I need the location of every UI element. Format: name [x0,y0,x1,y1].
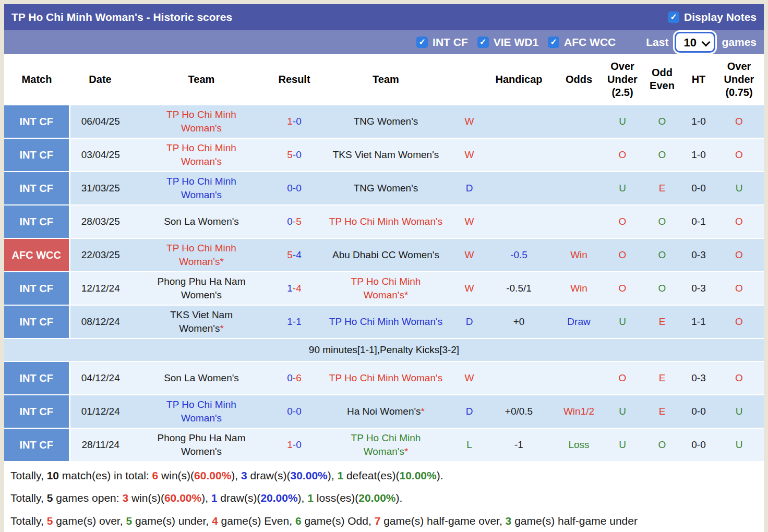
over-under-25-cell-value: U [619,439,626,450]
title-bar: TP Ho Chi Minh Woman's - Historic scores… [4,4,764,30]
page-title: TP Ho Chi Minh Woman's - Historic scores [11,11,232,23]
outcome-cell: W [455,205,484,238]
over-under-075-value: O [735,316,743,327]
odd-even-cell-value: E [659,316,666,327]
over-under-25-cell: U [604,305,641,338]
summary-segment: 5 [126,515,132,527]
date-cell: 08/12/24 [69,305,131,338]
over-under-25-cell: U [604,172,641,205]
ht-cell: 1-0 [683,138,714,172]
result-cell: 0-0 [272,172,317,205]
home-team-name: TP Ho Chi Minh Woman's [148,108,255,135]
outcome-cell: L [455,428,484,461]
handicap-cell: -0.5/1 [484,272,554,305]
home-team-cell: TP Ho Chi Minh Woman's [131,395,272,428]
outcome-cell-value: D [466,183,473,194]
summary-line: Totally, 5 games open: 3 win(s)(60.00%),… [4,487,764,509]
summary-segment: game(s) Even, [218,515,295,527]
summary-segment: game(s) Odd, [302,515,375,527]
odd-even-cell: O [641,105,683,138]
odd-even-cell: O [641,272,683,305]
checkbox-checked-icon[interactable] [416,37,428,48]
summary-segment: 60.00% [164,492,201,504]
away-team-asterisk: * [421,406,425,417]
over-under-25-cell: U [604,428,641,461]
summary-segment: 4 [212,515,218,527]
result-segment: 1 [287,439,293,450]
outcome-cell: W [455,105,484,138]
checkbox-checked-icon[interactable] [548,37,559,48]
away-team-cell: TP Ho Chi Minh Woman's* [317,428,455,461]
away-team-label: Ha Noi Women's [347,406,421,417]
away-team-cell: Ha Noi Women's* [317,395,455,428]
outcome-cell-value: D [466,316,473,327]
column-header-odd-even: Odd Even [641,54,683,105]
handicap-cell: +0 [484,305,554,338]
summary-segment: 3 [506,515,512,527]
odd-even-cell-value: E [659,406,666,417]
filter-item[interactable]: INT CF [416,36,468,49]
over-under-25-cell: O [604,272,641,305]
checkbox-checked-icon[interactable] [477,37,489,48]
over-under-25-cell-value: U [619,316,626,327]
home-team-name: Phong Phu Ha Nam Women's [148,275,255,301]
competition-badge: INT CF [4,138,69,172]
handicap-cell [484,105,554,138]
handicap-cell [484,138,554,172]
games-count-select[interactable]: 10 [675,32,715,53]
column-header-ht: HT [683,54,714,105]
home-team-cell: Phong Phu Ha Nam Women's [131,272,272,305]
odds-cell [554,105,604,138]
checkbox-checked-icon[interactable] [668,11,679,23]
over-under-25-cell: O [604,361,641,395]
summary-segment: ). [437,469,443,481]
home-team-label: Phong Phu Ha Nam Women's [158,276,246,300]
display-notes-toggle[interactable]: Display Notes [668,11,757,23]
handicap-cell-value: -1 [514,439,523,450]
handicap-cell-value: -0.5/1 [506,283,532,294]
odds-cell-value: Draw [567,316,590,327]
odds-cell: Draw [554,305,604,338]
table-row: INT CF28/11/24Phong Phu Ha Nam Women's1-… [4,428,764,461]
date-cell: 03/04/25 [69,138,131,172]
odds-cell-value: Win [570,283,587,294]
over-under-25-cell-value: U [619,183,626,194]
column-header-away-team: Team [317,54,455,105]
away-team-name: TP Ho Chi Minh Woman's [329,215,442,228]
away-team-name: TP Ho Chi Minh Woman's [329,315,442,329]
over-under-075-value: O [735,116,743,127]
competition-badge: INT CF [4,172,69,205]
summary-segment: game(s) half-game over, [380,515,505,527]
odd-even-cell-value: O [658,249,666,260]
result-segment: 5 [287,249,293,260]
outcome-cell: D [455,172,484,205]
outcome-cell: W [455,238,484,272]
result-cell: 5-4 [272,238,317,272]
away-team-label: TP Ho Chi Minh Woman's [351,276,421,300]
handicap-cell-value: -0.5 [510,249,527,260]
summary-segment: loss(es)( [314,492,358,504]
result-cell: 0-6 [272,361,317,395]
column-header-over-under-075: Over Under (0.75) [714,54,764,105]
table-row: INT CF28/03/25Son La Women's0-5TP Ho Chi… [4,205,764,238]
ht-cell: 1-1 [683,305,714,338]
filter-item[interactable]: VIE WD1 [477,36,538,49]
date-cell: 12/12/24 [69,272,131,305]
away-team-cell: TNG Women's [317,105,455,138]
home-team-label: TP Ho Chi Minh Woman's [166,176,236,200]
away-team-label: TP Ho Chi Minh Woman's [329,316,442,327]
over-under-25-cell-value: O [619,372,627,383]
summary-segment: Totally, [10,515,47,527]
date-cell: 01/12/24 [69,395,131,428]
result-segment: 5 [287,149,293,160]
odds-cell-value: Win [570,249,587,260]
outcome-cell: D [455,395,484,428]
over-under-075-cell: U [714,395,764,428]
summary-line: Totally, 10 match(es) in total: 6 win(s)… [4,464,764,487]
filter-label: AFC WCC [564,36,616,49]
over-under-25-cell-value: O [619,249,627,260]
over-under-075-value: U [736,406,743,417]
away-team-cell: TP Ho Chi Minh Woman's [317,361,455,395]
outcome-cell-value: W [465,249,474,260]
filter-item[interactable]: AFC WCC [548,36,616,49]
